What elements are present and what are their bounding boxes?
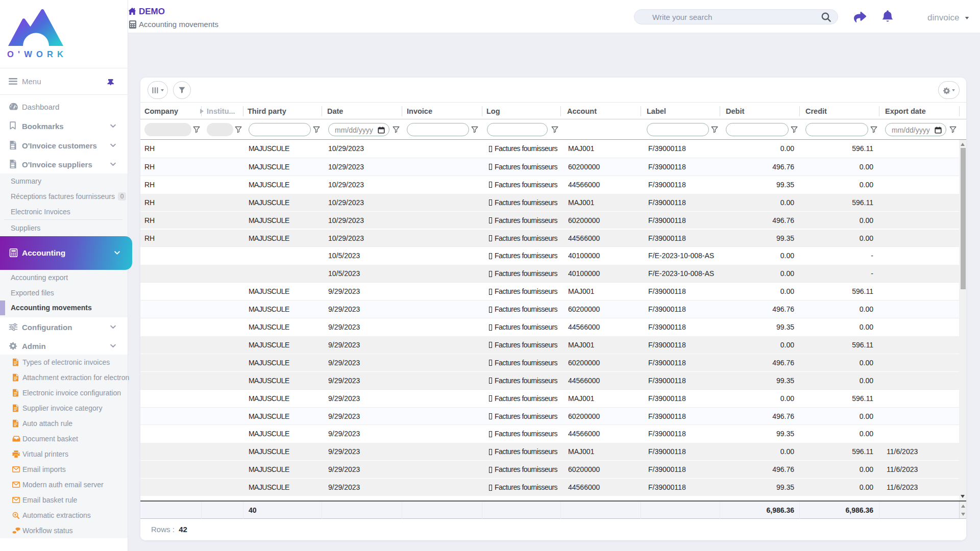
svg-text:O'WORK: O'WORK [7,49,67,59]
